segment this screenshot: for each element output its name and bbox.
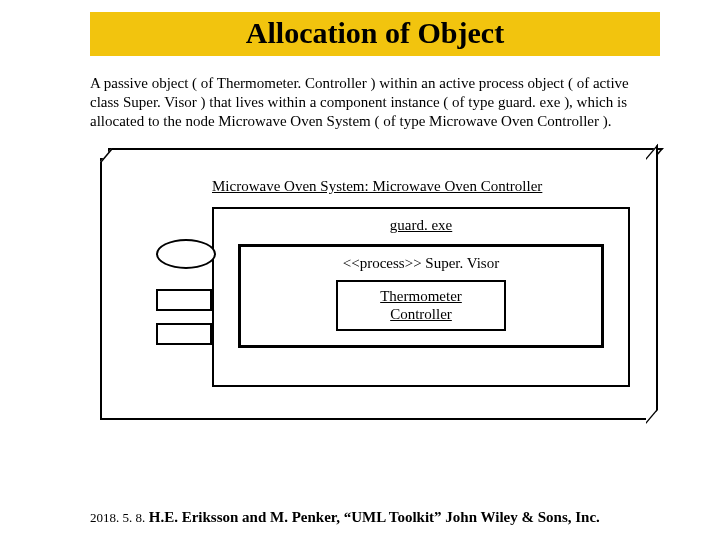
node-cube-front-face: Microwave Oven System: Microwave Oven Co…	[100, 158, 648, 420]
footer-reference: H.E. Eriksson and M. Penker, “UML Toolki…	[149, 509, 600, 525]
footer: 2018. 5. 8. H.E. Eriksson and M. Penker,…	[90, 509, 600, 526]
component-tab-icon	[156, 323, 212, 345]
title-bar: Allocation of Object	[90, 12, 660, 56]
component-label: guard. exe	[232, 217, 610, 234]
passive-object-line1: Thermometer	[380, 288, 462, 304]
component-box: guard. exe <<process>> Super. Visor Ther…	[212, 207, 630, 387]
passive-object-line2: Controller	[390, 306, 452, 322]
footer-date: 2018. 5. 8.	[90, 510, 145, 525]
node-label: Microwave Oven System: Microwave Oven Co…	[212, 178, 630, 195]
allocation-diagram: Microwave Oven System: Microwave Oven Co…	[90, 148, 660, 424]
process-box: <<process>> Super. Visor Thermometer Con…	[238, 244, 604, 348]
process-label: <<process>> Super. Visor	[255, 255, 587, 272]
page-title: Allocation of Object	[100, 16, 650, 50]
passive-object-box: Thermometer Controller	[336, 280, 506, 331]
component-tab-icon	[156, 289, 212, 311]
description-paragraph: A passive object ( of Thermometer. Contr…	[90, 74, 660, 130]
component-interface-ellipse-icon	[156, 239, 216, 269]
